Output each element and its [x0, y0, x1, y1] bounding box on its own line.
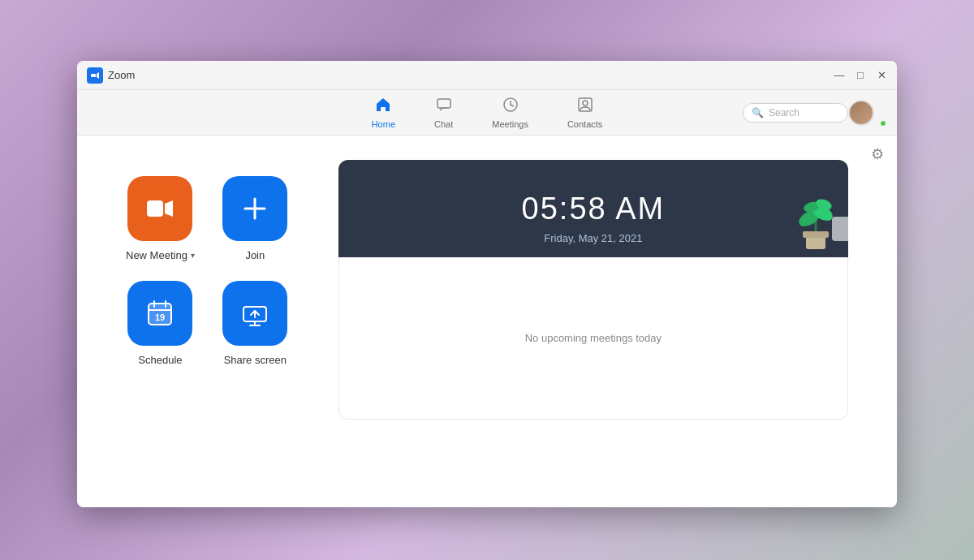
share-screen-label: Share screen [224, 354, 287, 366]
svg-rect-22 [803, 231, 829, 238]
user-avatar-wrap[interactable] [860, 100, 886, 126]
tab-contacts[interactable]: Contacts [548, 92, 622, 134]
nav-tabs: Home Chat Meetings [352, 92, 623, 134]
new-meeting-button[interactable] [127, 176, 192, 241]
svg-text:19: 19 [155, 312, 165, 322]
search-placeholder: Search [769, 107, 839, 118]
title-bar-logo: Zoom [87, 67, 135, 84]
user-avatar [848, 100, 874, 126]
schedule-label: Schedule [138, 354, 182, 366]
nav-bar: Home Chat Meetings [77, 90, 897, 136]
tab-meetings[interactable]: Meetings [472, 92, 548, 134]
close-button[interactable]: ✕ [876, 70, 887, 81]
share-screen-button[interactable] [222, 281, 287, 346]
clock-time: 05:58 AM [522, 192, 666, 226]
home-icon [375, 97, 391, 117]
maximize-button[interactable]: □ [855, 70, 866, 81]
zoom-logo-icon [87, 67, 103, 84]
title-bar-title: Zoom [108, 69, 135, 81]
zoom-window: Zoom — □ ✕ Home [77, 61, 897, 507]
no-meetings-text: No upcoming meetings today [525, 332, 662, 344]
title-bar: Zoom — □ ✕ [77, 61, 897, 90]
svg-point-6 [583, 101, 588, 106]
svg-rect-7 [147, 200, 163, 217]
plant-decoration [783, 176, 848, 257]
clock-date: Friday, May 21, 2021 [544, 232, 642, 244]
contacts-icon [577, 97, 593, 117]
calendar-panel: 05:58 AM Friday, May 21, 2021 No upcomin… [338, 160, 848, 420]
actions-grid: New Meeting ▾ Join [126, 176, 290, 366]
no-meetings-panel: No upcoming meetings today [338, 257, 848, 420]
clock-text-group: 05:58 AM Friday, May 21, 2021 [522, 192, 666, 226]
new-meeting-dropdown-arrow: ▾ [191, 251, 195, 260]
tab-home[interactable]: Home [352, 92, 415, 134]
tab-chat-label: Chat [434, 119, 453, 129]
meetings-icon [502, 97, 519, 117]
new-meeting-label: New Meeting ▾ [126, 249, 195, 261]
svg-rect-3 [437, 99, 450, 108]
svg-rect-1 [91, 74, 96, 77]
schedule-button[interactable]: 19 [127, 281, 192, 346]
svg-rect-28 [832, 217, 848, 241]
join-button[interactable] [222, 176, 287, 241]
new-meeting-item[interactable]: New Meeting ▾ [126, 176, 195, 261]
settings-button[interactable]: ⚙ [871, 145, 884, 163]
tab-contacts-label: Contacts [567, 119, 602, 129]
tab-home-label: Home [372, 119, 395, 129]
chat-icon [436, 97, 452, 117]
main-content: ⚙ New Meeting ▾ [77, 136, 897, 507]
online-status-dot [880, 120, 886, 127]
clock-card: 05:58 AM Friday, May 21, 2021 [338, 160, 848, 257]
search-box[interactable]: 🔍 Search [743, 103, 848, 123]
schedule-item[interactable]: 19 Schedule [126, 281, 195, 366]
svg-marker-8 [165, 200, 173, 217]
join-label: Join [245, 249, 265, 261]
join-item[interactable]: Join [221, 176, 290, 261]
title-bar-controls: — □ ✕ [834, 70, 887, 81]
tab-meetings-label: Meetings [492, 119, 528, 129]
minimize-button[interactable]: — [834, 70, 845, 81]
search-icon: 🔍 [752, 107, 764, 118]
tab-chat[interactable]: Chat [415, 92, 472, 134]
share-screen-item[interactable]: Share screen [221, 281, 290, 366]
